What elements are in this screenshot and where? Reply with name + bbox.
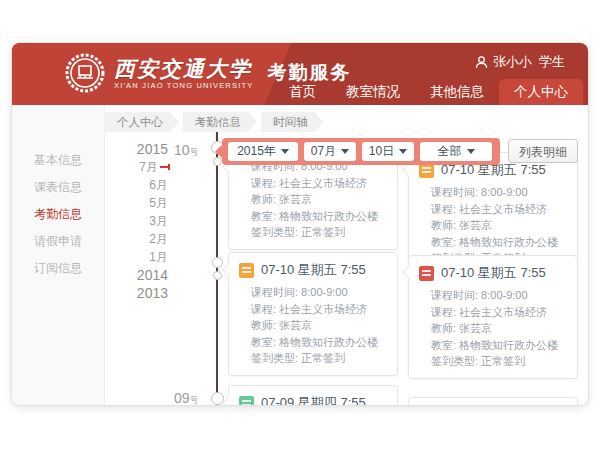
nav-home[interactable]: 首页: [274, 79, 331, 105]
timeline-day-09[interactable]: 09号: [174, 389, 199, 405]
filter-bar: 2015年 07月 10日 全部: [222, 138, 500, 165]
timeline-day-10[interactable]: 10号: [174, 141, 199, 159]
card-title: 07-10 星期五 7:55: [229, 253, 397, 282]
sidebar-item-schedule-info[interactable]: 课表信息: [12, 174, 104, 201]
card-field-signin-type: 签到类型: 正常签到: [251, 224, 389, 241]
card-field-classroom: 教室: 格物致知行政办公楼: [431, 337, 569, 354]
card-field-course: 课程: 社会主义市场经济: [431, 201, 569, 218]
card-field-classroom: 教室: 格物致知行政办公楼: [251, 208, 389, 225]
nav-other-info[interactable]: 其他信息: [415, 79, 499, 105]
list-detail-button[interactable]: 列表明细: [508, 139, 578, 163]
card-title: 07-10 星期五 7:55: [409, 256, 577, 285]
card-field-course-time: 课程时间: 8:00-9:00: [431, 287, 569, 304]
university-logo-icon: [64, 52, 106, 94]
card-field-teacher: 教师: 张芸京: [251, 191, 389, 208]
card-field-course: 课程: 社会主义市场经济: [251, 175, 389, 192]
status-calendar-icon: [239, 263, 254, 278]
chevron-down-icon: [399, 149, 407, 154]
main-nav: 首页 教室情况 其他信息 个人中心: [274, 79, 583, 105]
day-select[interactable]: 10日: [362, 142, 414, 161]
attendance-card: [408, 397, 578, 405]
status-ok-icon: [239, 396, 254, 406]
type-select[interactable]: 全部: [420, 142, 492, 161]
timeline-node[interactable]: [213, 271, 222, 280]
card-field-teacher: 教师: 张芸京: [431, 320, 569, 337]
nav-classrooms[interactable]: 教室情况: [331, 79, 415, 105]
card-field-classroom: 教室: 格物致知行政办公楼: [431, 234, 569, 251]
timeline-month-current[interactable]: 7月: [116, 158, 168, 176]
month-select[interactable]: 07月: [304, 142, 356, 161]
timeline-node[interactable]: [213, 157, 222, 166]
card-field-course: 课程: 社会主义市场经济: [431, 304, 569, 321]
timeline-year[interactable]: 2014: [116, 266, 168, 284]
status-alert-icon: [419, 266, 434, 281]
sidebar-item-subscription-info[interactable]: 订阅信息: [12, 255, 104, 282]
person-icon: [475, 56, 488, 69]
attendance-card: 07-10 星期五 7:55 课程时间: 8:00-9:00 课程: 社会主义市…: [228, 252, 398, 376]
university-name-cn: 西安交通大学: [114, 57, 253, 81]
user-role: 学生: [539, 53, 565, 71]
timeline-month[interactable]: 6月: [116, 176, 168, 194]
card-field-teacher: 教师: 张芸京: [251, 317, 389, 334]
attendance-card: 07-09 星期四 7:55: [228, 385, 398, 405]
chevron-down-icon: [281, 149, 289, 154]
timeline-year[interactable]: 2015: [116, 140, 168, 158]
chevron-down-icon: [341, 149, 349, 154]
sidebar: 基本信息 课表信息 考勤信息 请假申请 订阅信息: [12, 105, 105, 405]
card-field-signin-type: 签到类型: 正常签到: [431, 353, 569, 370]
header: 西安交通大学 XI'AN JIAO TONG UNIVERSITY 考勤服务 张…: [12, 43, 588, 105]
chevron-down-icon: [467, 149, 475, 154]
breadcrumb: 个人中心 考勤信息 时间轴: [105, 112, 328, 132]
sidebar-item-attendance-info[interactable]: 考勤信息: [12, 201, 104, 228]
current-month-marker-icon: [160, 166, 168, 168]
attendance-card: 07-10 星期五 7:55 课程时间: 8:00-9:00 课程: 社会主义市…: [408, 255, 578, 379]
card-field-course: 课程: 社会主义市场经济: [251, 301, 389, 318]
card-field-signin-type: 签到类型: 正常签到: [251, 350, 389, 367]
timeline-month[interactable]: 2月: [116, 230, 168, 248]
timeline-node[interactable]: [212, 257, 223, 268]
card-field-classroom: 教室: 格物致知行政办公楼: [251, 334, 389, 351]
user-info[interactable]: 张小小 学生: [475, 53, 572, 71]
card-title: 07-09 星期四 7:55: [229, 386, 397, 405]
breadcrumb-timeline[interactable]: 时间轴: [261, 112, 324, 132]
timeline-year[interactable]: 2013: [116, 284, 168, 302]
user-name: 张小小: [493, 53, 532, 71]
app-window: 西安交通大学 XI'AN JIAO TONG UNIVERSITY 考勤服务 张…: [12, 43, 588, 405]
year-select[interactable]: 2015年: [228, 142, 298, 161]
sidebar-item-leave-request[interactable]: 请假申请: [12, 228, 104, 255]
card-field-teacher: 教师: 张芸京: [431, 217, 569, 234]
timeline-month[interactable]: 1月: [116, 248, 168, 266]
card-field-course-time: 课程时间: 8:00-9:00: [431, 184, 569, 201]
breadcrumb-personal-center[interactable]: 个人中心: [105, 112, 179, 132]
timeline-month[interactable]: 5月: [116, 194, 168, 212]
sidebar-item-basic-info[interactable]: 基本信息: [12, 147, 104, 174]
timeline-month[interactable]: 3月: [116, 212, 168, 230]
university-name-en: XI'AN JIAO TONG UNIVERSITY: [114, 81, 253, 90]
card-field-course-time: 课程时间: 8:00-9:00: [251, 284, 389, 301]
nav-personal-center[interactable]: 个人中心: [499, 79, 583, 105]
page: 西安交通大学 XI'AN JIAO TONG UNIVERSITY 考勤服务 张…: [0, 0, 600, 450]
breadcrumb-attendance-info[interactable]: 考勤信息: [183, 112, 257, 132]
timeline-year-rail: 2015 7月 6月 5月 3月 2月 1月 2014 2013: [116, 140, 168, 302]
